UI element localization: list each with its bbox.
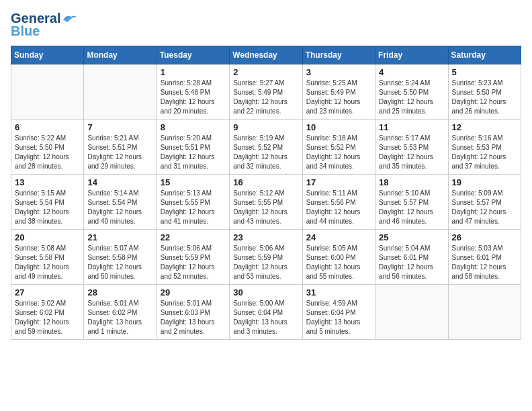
day-info: Sunrise: 5:05 AM Sunset: 6:00 PM Dayligh… [306,244,371,281]
day-number: 29 [161,287,226,298]
calendar-cell: 23Sunrise: 5:06 AM Sunset: 5:59 PM Dayli… [230,230,302,285]
calendar-cell: 16Sunrise: 5:12 AM Sunset: 5:55 PM Dayli… [230,175,302,230]
day-info: Sunrise: 5:02 AM Sunset: 6:02 PM Dayligh… [15,299,80,336]
day-info: Sunrise: 5:08 AM Sunset: 5:58 PM Dayligh… [15,244,80,281]
weekday-header-wednesday: Wednesday [230,46,302,64]
day-number: 3 [306,67,371,77]
day-number: 28 [87,287,152,298]
calendar-cell: 30Sunrise: 5:00 AM Sunset: 6:04 PM Dayli… [230,285,302,340]
day-number: 9 [233,122,298,132]
header: General Blue [11,11,521,39]
calendar-cell: 29Sunrise: 5:01 AM Sunset: 6:03 PM Dayli… [157,285,229,340]
day-number: 7 [87,122,152,132]
day-info: Sunrise: 5:13 AM Sunset: 5:55 PM Dayligh… [161,189,226,226]
day-info: Sunrise: 5:14 AM Sunset: 5:54 PM Dayligh… [87,189,152,226]
calendar-cell: 12Sunrise: 5:16 AM Sunset: 5:53 PM Dayli… [448,120,521,175]
weekday-header-monday: Monday [84,46,157,64]
day-info: Sunrise: 4:59 AM Sunset: 6:04 PM Dayligh… [306,299,371,336]
calendar-cell: 27Sunrise: 5:02 AM Sunset: 6:02 PM Dayli… [11,285,84,340]
logo-bird-icon [62,14,77,25]
calendar-cell: 24Sunrise: 5:05 AM Sunset: 6:00 PM Dayli… [302,230,375,285]
calendar-cell [375,285,448,340]
calendar-week-row: 20Sunrise: 5:08 AM Sunset: 5:58 PM Dayli… [11,230,521,285]
day-info: Sunrise: 5:21 AM Sunset: 5:51 PM Dayligh… [87,134,152,171]
calendar-cell: 2Sunrise: 5:27 AM Sunset: 5:49 PM Daylig… [230,64,302,120]
day-info: Sunrise: 5:25 AM Sunset: 5:49 PM Dayligh… [306,79,371,116]
day-info: Sunrise: 5:11 AM Sunset: 5:56 PM Dayligh… [306,189,371,226]
weekday-header-saturday: Saturday [448,46,521,64]
day-info: Sunrise: 5:01 AM Sunset: 6:02 PM Dayligh… [87,299,152,336]
day-info: Sunrise: 5:28 AM Sunset: 5:48 PM Dayligh… [161,79,226,116]
day-info: Sunrise: 5:20 AM Sunset: 5:51 PM Dayligh… [161,134,226,171]
day-number: 2 [233,67,298,77]
day-number: 8 [161,122,226,132]
day-number: 26 [452,232,517,242]
calendar-cell: 7Sunrise: 5:21 AM Sunset: 5:51 PM Daylig… [84,120,157,175]
day-number: 30 [233,287,298,298]
calendar-table: SundayMondayTuesdayWednesdayThursdayFrid… [11,46,521,340]
calendar-cell [448,285,521,340]
day-info: Sunrise: 5:16 AM Sunset: 5:53 PM Dayligh… [452,134,517,171]
calendar-cell: 14Sunrise: 5:14 AM Sunset: 5:54 PM Dayli… [84,175,157,230]
calendar-cell: 4Sunrise: 5:24 AM Sunset: 5:50 PM Daylig… [375,64,448,120]
calendar-cell: 1Sunrise: 5:28 AM Sunset: 5:48 PM Daylig… [157,64,229,120]
day-number: 10 [306,122,371,132]
day-number: 18 [379,177,444,187]
calendar-cell: 10Sunrise: 5:18 AM Sunset: 5:52 PM Dayli… [302,120,375,175]
calendar-cell: 8Sunrise: 5:20 AM Sunset: 5:51 PM Daylig… [157,120,229,175]
calendar-cell: 21Sunrise: 5:07 AM Sunset: 5:58 PM Dayli… [84,230,157,285]
day-info: Sunrise: 5:12 AM Sunset: 5:55 PM Dayligh… [233,189,298,226]
calendar-cell: 3Sunrise: 5:25 AM Sunset: 5:49 PM Daylig… [302,64,375,120]
calendar-cell: 20Sunrise: 5:08 AM Sunset: 5:58 PM Dayli… [11,230,84,285]
day-info: Sunrise: 5:06 AM Sunset: 5:59 PM Dayligh… [161,244,226,281]
calendar-cell: 17Sunrise: 5:11 AM Sunset: 5:56 PM Dayli… [302,175,375,230]
calendar-week-row: 27Sunrise: 5:02 AM Sunset: 6:02 PM Dayli… [11,285,521,340]
calendar-cell [84,64,157,120]
day-number: 27 [15,287,80,298]
calendar-cell: 13Sunrise: 5:15 AM Sunset: 5:54 PM Dayli… [11,175,84,230]
calendar-cell: 9Sunrise: 5:19 AM Sunset: 5:52 PM Daylig… [230,120,302,175]
calendar-cell: 6Sunrise: 5:22 AM Sunset: 5:50 PM Daylig… [11,120,84,175]
day-number: 11 [379,122,444,132]
weekday-header-thursday: Thursday [302,46,375,64]
day-number: 4 [379,67,444,77]
calendar-cell: 26Sunrise: 5:03 AM Sunset: 6:01 PM Dayli… [448,230,521,285]
calendar-cell [11,64,84,120]
day-info: Sunrise: 5:17 AM Sunset: 5:53 PM Dayligh… [379,134,444,171]
day-number: 24 [306,232,371,242]
day-number: 1 [161,67,226,77]
day-number: 25 [379,232,444,242]
day-info: Sunrise: 5:15 AM Sunset: 5:54 PM Dayligh… [15,189,80,226]
logo: General Blue [11,11,77,39]
day-number: 5 [452,67,517,77]
day-info: Sunrise: 5:00 AM Sunset: 6:04 PM Dayligh… [233,299,298,336]
day-info: Sunrise: 5:18 AM Sunset: 5:52 PM Dayligh… [306,134,371,171]
day-number: 13 [15,177,80,187]
day-number: 6 [15,122,80,132]
day-info: Sunrise: 5:10 AM Sunset: 5:57 PM Dayligh… [379,189,444,226]
calendar-cell: 18Sunrise: 5:10 AM Sunset: 5:57 PM Dayli… [375,175,448,230]
day-number: 16 [233,177,298,187]
day-number: 19 [452,177,517,187]
calendar-week-row: 6Sunrise: 5:22 AM Sunset: 5:50 PM Daylig… [11,120,521,175]
logo-blue-text: Blue [11,24,40,39]
day-info: Sunrise: 5:24 AM Sunset: 5:50 PM Dayligh… [379,79,444,116]
day-info: Sunrise: 5:19 AM Sunset: 5:52 PM Dayligh… [233,134,298,171]
day-number: 17 [306,177,371,187]
day-number: 22 [161,232,226,242]
day-number: 12 [452,122,517,132]
weekday-header-friday: Friday [375,46,448,64]
calendar-week-row: 1Sunrise: 5:28 AM Sunset: 5:48 PM Daylig… [11,64,521,120]
weekday-header-sunday: Sunday [11,46,84,64]
day-number: 21 [87,232,152,242]
calendar-cell: 25Sunrise: 5:04 AM Sunset: 6:01 PM Dayli… [375,230,448,285]
day-info: Sunrise: 5:23 AM Sunset: 5:50 PM Dayligh… [452,79,517,116]
day-number: 14 [87,177,152,187]
day-number: 20 [15,232,80,242]
calendar-cell: 22Sunrise: 5:06 AM Sunset: 5:59 PM Dayli… [157,230,229,285]
day-info: Sunrise: 5:27 AM Sunset: 5:49 PM Dayligh… [233,79,298,116]
calendar-cell: 28Sunrise: 5:01 AM Sunset: 6:02 PM Dayli… [84,285,157,340]
day-info: Sunrise: 5:03 AM Sunset: 6:01 PM Dayligh… [452,244,517,281]
calendar-cell: 5Sunrise: 5:23 AM Sunset: 5:50 PM Daylig… [448,64,521,120]
calendar-cell: 15Sunrise: 5:13 AM Sunset: 5:55 PM Dayli… [157,175,229,230]
